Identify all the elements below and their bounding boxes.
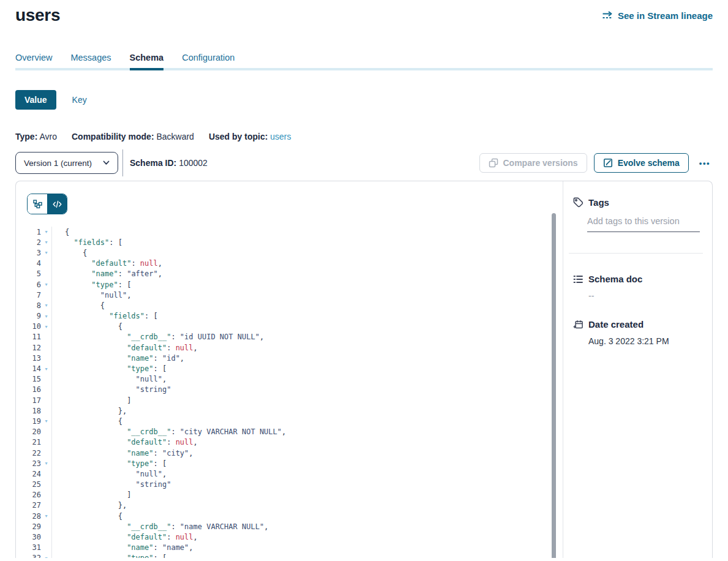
code-line: 11"__crdb__": "id UUID NOT NULL", (27, 332, 563, 342)
compare-versions-label: Compare versions (503, 158, 578, 168)
code-line: 17] (27, 395, 563, 405)
code-text: "__crdb__": "city VARCHAR NOT NULL", (52, 427, 286, 436)
see-in-stream-lineage-link[interactable]: See in Stream lineage (602, 10, 713, 21)
version-toolbar: Version 1 (current) Schema ID: 100002 Co… (15, 152, 713, 174)
collapse-caret-icon[interactable]: ▾ (41, 511, 52, 521)
code-line: 5"name": "after", (27, 269, 563, 279)
line-number: 20 (27, 427, 41, 436)
collapse-caret-icon[interactable]: ▾ (41, 227, 52, 237)
caret-spacer (41, 290, 52, 300)
tags-section: Tags (573, 197, 700, 232)
line-number: 10 (27, 322, 41, 331)
more-options-button[interactable]: ••• (697, 159, 713, 168)
line-number: 9 (27, 312, 41, 320)
meta-value: Avro (39, 132, 57, 141)
code-line: 16"string" (27, 385, 563, 395)
line-number: 19 (27, 417, 41, 426)
caret-spacer (41, 469, 52, 479)
topic-link[interactable]: users (270, 132, 291, 141)
line-number: 18 (27, 407, 41, 415)
code-line: 32▾"type": [ (27, 553, 563, 558)
schema-page: users See in Stream lineage OverviewMess… (0, 0, 728, 561)
line-number: 6 (27, 280, 41, 289)
evolve-schema-button[interactable]: Evolve schema (594, 153, 689, 173)
code-line: 24"null", (27, 469, 563, 479)
page-title: users (15, 6, 60, 25)
tree-view-button[interactable] (28, 194, 47, 214)
key-tab-button[interactable]: Key (72, 95, 87, 105)
code-text: "name": "name", (52, 543, 193, 552)
caret-spacer (41, 448, 52, 458)
collapse-caret-icon[interactable]: ▾ (41, 363, 52, 374)
version-select[interactable]: Version 1 (current) (15, 152, 118, 174)
caret-spacer (41, 332, 52, 342)
code-line: 15"null", (27, 374, 563, 385)
caret-spacer (41, 342, 52, 353)
meta-label: Compatibility mode: (72, 132, 154, 141)
code-line: 12"default": null, (27, 342, 563, 353)
code-line: 23▾"type": [ (27, 458, 563, 469)
caret-spacer (41, 543, 52, 553)
code-text: "string" (52, 385, 171, 394)
collapse-caret-icon[interactable]: ▾ (41, 311, 52, 322)
code-line: 22"name": "city", (27, 448, 563, 458)
line-number: 1 (27, 228, 41, 236)
code-view-button[interactable] (47, 194, 67, 214)
code-line: 10▾{ (27, 322, 563, 332)
code-line: 9▾"fields": [ (27, 311, 563, 322)
collapse-caret-icon[interactable]: ▾ (41, 247, 52, 258)
collapse-caret-icon[interactable]: ▾ (41, 322, 52, 332)
line-number: 7 (27, 291, 41, 299)
code-line: 19▾{ (27, 416, 563, 426)
line-number: 24 (27, 470, 41, 478)
code-line: 26] (27, 490, 563, 500)
line-number: 16 (27, 385, 41, 394)
line-number: 17 (27, 396, 41, 405)
line-number: 32 (27, 554, 41, 558)
value-tab-button[interactable]: Value (15, 90, 56, 110)
caret-spacer (41, 385, 52, 395)
meta-label: Type: (15, 132, 37, 141)
code-text: "type": [ (52, 280, 131, 289)
sidebar-divider (569, 253, 703, 254)
vertical-scrollbar[interactable] (552, 213, 556, 558)
code-line: 1▾{ (27, 227, 563, 237)
code-line: 3▾{ (27, 247, 563, 258)
tab-configuration[interactable]: Configuration (182, 50, 235, 66)
caret-spacer (41, 427, 52, 437)
schema-code-area: 1▾{2▾"fields": [3▾{4"default": null,5"na… (16, 181, 563, 558)
code-text: "default": null, (52, 438, 198, 446)
tag-icon (573, 197, 584, 208)
collapse-caret-icon[interactable]: ▾ (41, 553, 52, 558)
line-number: 12 (27, 344, 41, 352)
add-tags-input[interactable] (587, 216, 700, 232)
tab-schema[interactable]: Schema (130, 50, 164, 66)
code-text: { (52, 322, 122, 331)
schema-panel: 1▾{2▾"fields": [3▾{4"default": null,5"na… (15, 181, 713, 558)
code-line: 25"string" (27, 480, 563, 490)
code-line: 4"default": null, (27, 258, 563, 269)
code-line: 21"default": null, (27, 437, 563, 448)
line-number: 14 (27, 364, 41, 373)
code-line: 14▾"type": [ (27, 363, 563, 374)
collapse-caret-icon[interactable]: ▾ (41, 416, 52, 426)
line-number: 4 (27, 259, 41, 268)
code-text: "name": "after", (52, 269, 162, 278)
caret-spacer (41, 500, 52, 511)
collapse-caret-icon[interactable]: ▾ (41, 279, 52, 290)
collapse-caret-icon[interactable]: ▾ (41, 237, 52, 247)
meta-value: Backward (156, 132, 193, 141)
tab-overview[interactable]: Overview (15, 50, 52, 66)
line-number: 21 (27, 438, 41, 446)
lineage-link-label: See in Stream lineage (618, 10, 713, 21)
compare-versions-button[interactable]: Compare versions (479, 153, 587, 173)
tab-underline-track (15, 68, 713, 70)
code-text: "fields": [ (52, 238, 122, 247)
code-text: "default": null, (52, 259, 162, 268)
code-line: 28▾{ (27, 511, 563, 521)
tab-messages[interactable]: Messages (70, 50, 111, 66)
collapse-caret-icon[interactable]: ▾ (41, 458, 52, 469)
value-key-selector: Value Key (15, 90, 713, 110)
collapse-caret-icon[interactable]: ▾ (41, 300, 52, 311)
code-line: 2▾"fields": [ (27, 237, 563, 247)
